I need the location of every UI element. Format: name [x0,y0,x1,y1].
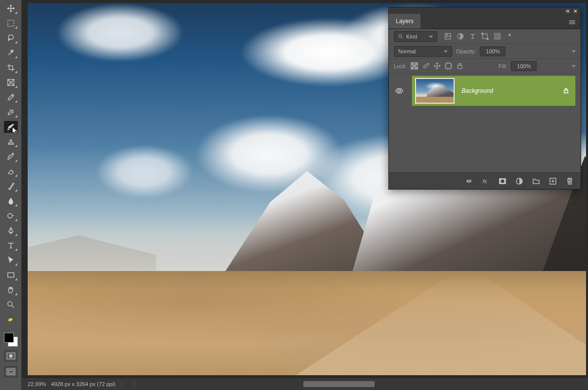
panel-menu-button[interactable] [564,17,581,29]
lock-position-icon[interactable] [433,62,441,70]
dodge-tool[interactable] [4,210,18,222]
history-brush-tool[interactable] [4,151,18,162]
panel-titlebar[interactable] [389,7,581,14]
lock-transparency-icon[interactable] [411,62,418,70]
filter-toggle-icon[interactable] [506,33,513,40]
marquee-tool[interactable] [4,17,18,29]
opacity-input[interactable]: 100% [480,46,505,56]
tab-layers[interactable]: Layers [389,14,420,29]
new-layer-icon[interactable] [549,177,557,185]
layer-mask-icon[interactable] [499,177,506,185]
svg-rect-16 [495,34,500,39]
frame-tool[interactable] [4,77,18,88]
filter-shape-icon[interactable] [481,33,489,40]
layer-row-background[interactable]: Background [412,76,576,106]
layer-filter-row: Kind [389,29,581,44]
document-dimensions: 4928 px x 3264 px (72 ppi) [51,381,115,387]
svg-point-27 [398,90,401,92]
svg-point-4 [7,302,12,306]
adjustment-layer-icon[interactable] [515,177,523,185]
hand-tool[interactable] [4,284,18,296]
path-selection-tool[interactable] [4,254,18,266]
opacity-label: Opacity: [456,48,476,54]
svg-point-2 [7,214,12,218]
color-swatches[interactable] [4,333,18,347]
fill-label: Fill: [499,63,507,69]
pen-tool[interactable] [4,225,18,236]
magic-wand-tool[interactable] [4,47,18,59]
close-panel-icon[interactable] [573,9,578,13]
blend-mode-select[interactable]: Normal [394,46,452,57]
horizontal-scrollbar[interactable] [303,381,375,387]
filter-type-icon[interactable] [469,33,476,40]
svg-text:fx: fx [483,178,487,184]
svg-rect-24 [416,67,418,69]
healing-brush-tool[interactable] [4,106,18,118]
svg-point-18 [508,34,511,36]
svg-rect-23 [411,67,413,69]
status-bar: 22,99% 4928 px x 3264 px (72 ppi) 〉 〈 [22,378,588,390]
edit-toolbar[interactable] [4,313,18,325]
status-chevron-left-icon[interactable]: 〈 [131,381,136,388]
svg-rect-8 [8,370,13,373]
layers-footer: fx [389,172,581,189]
status-chevron-right-icon[interactable]: 〉 [121,381,126,388]
svg-rect-7 [7,369,15,375]
visibility-toggle-icon[interactable] [395,87,403,95]
eraser-tool[interactable] [4,165,18,177]
filter-pixel-icon[interactable] [444,33,452,40]
rectangle-tool[interactable] [4,269,18,281]
svg-rect-17 [496,35,499,38]
layer-group-icon[interactable] [532,177,540,185]
svg-point-6 [9,354,12,358]
crop-tool[interactable] [4,62,18,74]
svg-rect-25 [446,63,451,69]
opacity-chevron-icon[interactable] [572,49,576,53]
search-icon [398,34,403,39]
filter-smart-icon[interactable] [494,33,501,40]
svg-point-31 [501,179,504,183]
layer-thumbnail[interactable] [415,78,455,104]
blur-tool[interactable] [4,195,18,207]
layer-name[interactable]: Background [462,87,493,94]
svg-point-9 [399,35,402,38]
lock-image-icon[interactable] [422,62,429,70]
lock-artboard-icon[interactable] [445,62,452,70]
filter-kind-select[interactable]: Kind [394,31,437,42]
svg-rect-3 [7,273,14,277]
panel-tabs: Layers [389,14,581,29]
svg-rect-14 [482,33,483,35]
filter-adjustment-icon[interactable] [457,33,464,40]
move-tool[interactable] [4,2,18,14]
blend-opacity-row: Normal Opacity: 100% [389,44,581,59]
clone-stamp-tool[interactable] [4,136,18,148]
svg-rect-26 [458,65,462,68]
lasso-tool[interactable] [4,32,18,44]
link-layers-icon[interactable] [465,177,473,185]
layer-effects-icon[interactable]: fx [482,177,490,185]
type-tool[interactable] [4,239,18,251]
brush-tool[interactable] [4,121,18,133]
gradient-tool[interactable] [4,180,18,192]
fill-input[interactable]: 100% [511,61,537,71]
lock-all-icon[interactable] [456,62,463,70]
svg-point-11 [447,35,448,36]
layers-panel: Layers Kind Normal Opacity: 100% Lock: [388,7,581,190]
collapse-panel-icon[interactable] [566,9,570,13]
layer-lock-icon[interactable] [563,87,569,95]
screen-mode-toggle[interactable] [4,366,17,377]
foreground-color-swatch[interactable] [4,333,14,343]
tools-toolbar [0,0,22,390]
zoom-level[interactable]: 22,99% [28,381,46,387]
svg-rect-15 [487,38,488,39]
lock-label: Lock: [394,63,407,69]
eyedropper-tool[interactable] [4,91,18,103]
zoom-tool[interactable] [4,299,18,311]
svg-rect-28 [564,90,568,93]
lock-fill-row: Lock: Fill: 100% [389,59,581,74]
quick-mask-toggle[interactable] [4,351,17,361]
layer-list[interactable]: Background [389,74,581,172]
delete-layer-icon[interactable] [566,177,574,185]
svg-rect-0 [7,20,14,27]
fill-chevron-icon[interactable] [572,64,576,68]
